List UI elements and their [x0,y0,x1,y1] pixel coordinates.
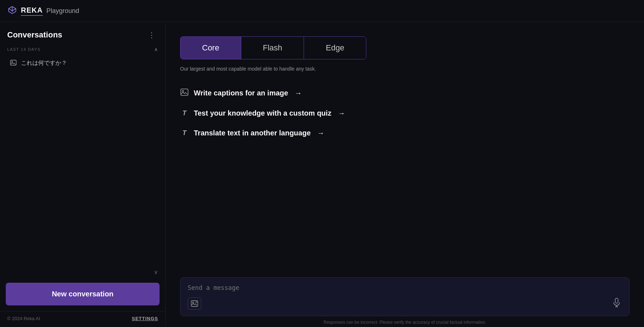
new-conversation-button[interactable]: New conversation [6,283,160,305]
sidebar: Conversations ⋮ LAST 14 DAYS ∧ これは何ですか？ … [0,22,166,327]
suggestion-text-translate: Translate text in another language [194,129,311,137]
suggestions-list: Write captions for an image → T Test you… [180,87,630,139]
suggestion-item-translate[interactable]: T Translate text in another language → [180,127,630,139]
tab-edge[interactable]: Edge [304,37,366,59]
logo-text: REKA [21,6,43,16]
disclaimer-text: Responses can be incorrect. Please verif… [180,316,630,327]
tab-core[interactable]: Core [180,37,241,59]
suggestion-item-quiz[interactable]: T Test your knowledge with a custom quiz… [180,108,630,119]
suggestion-arrow-translate: → [317,129,325,137]
svg-point-5 [192,302,194,303]
copyright-text: © 2024 Reka AI [7,316,40,321]
image-suggestion-icon [180,89,189,98]
section-label-text: LAST 14 DAYS [7,47,41,51]
microphone-button[interactable] [611,296,622,311]
svg-rect-6 [615,298,618,303]
suggestion-item-captions[interactable]: Write captions for an image → [180,87,630,99]
main-layout: Conversations ⋮ LAST 14 DAYS ∧ これは何ですか？ … [0,22,644,327]
svg-point-1 [12,61,13,62]
suggestion-text-quiz: Test your knowledge with a custom quiz [194,109,331,117]
tab-flash[interactable]: Flash [241,37,304,59]
chat-input-wrapper: Responses can be incorrect. Please verif… [180,277,630,327]
chat-input[interactable] [188,284,622,291]
text-suggestion-icon-translate: T [180,129,189,137]
attach-image-button[interactable] [188,297,201,310]
chat-input-actions [188,296,622,311]
settings-link[interactable]: SETTINGS [132,316,158,321]
model-description: Our largest and most capable model able … [180,65,360,73]
text-suggestion-icon-quiz: T [180,109,189,117]
playground-label: Playground [46,7,79,15]
suggestion-arrow-quiz: → [338,109,345,117]
header: REKA Playground [0,0,644,22]
svg-rect-4 [191,301,198,306]
chevron-up-icon: ∧ [154,46,158,52]
collapse-button[interactable]: ∨ [154,269,158,276]
main-content: Core Flash Edge Our largest and most cap… [166,22,644,327]
conversation-image-icon [10,60,17,67]
sidebar-header: Conversations ⋮ [0,29,165,46]
svg-point-3 [182,90,184,92]
model-selector: Core Flash Edge [180,36,366,59]
sidebar-collapse: ∨ [0,269,165,279]
sidebar-menu-button[interactable]: ⋮ [145,29,158,41]
sidebar-title: Conversations [7,30,62,40]
sidebar-footer: © 2024 Reka AI SETTINGS [0,311,165,327]
conversation-text: これは何ですか？ [21,59,67,67]
suggestion-text-captions: Write captions for an image [194,89,288,97]
sidebar-section-label: LAST 14 DAYS ∧ [0,46,165,56]
logo-icon [7,5,17,17]
suggestion-arrow-captions: → [295,89,302,97]
chat-input-box [180,277,630,316]
list-item[interactable]: これは何ですか？ [3,56,162,71]
svg-rect-2 [181,89,188,95]
